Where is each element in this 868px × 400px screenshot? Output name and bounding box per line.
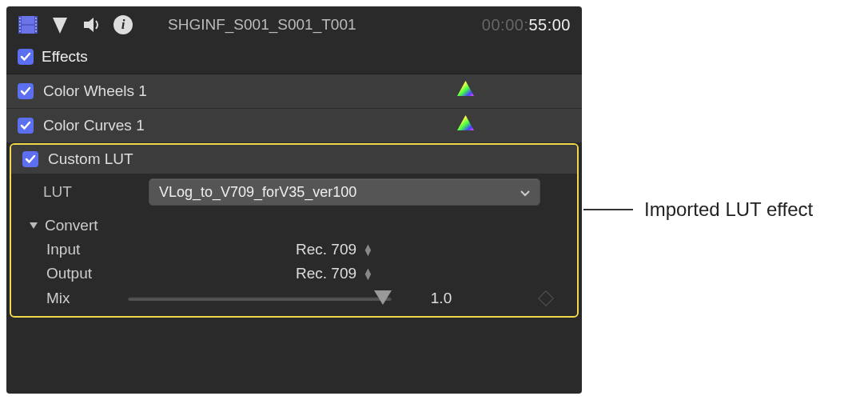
- video-scope-icon[interactable]: [50, 14, 70, 35]
- effect-row-color-curves[interactable]: Color Curves 1: [6, 109, 582, 143]
- svg-marker-16: [457, 81, 474, 96]
- inspector-topbar: i SHGINF_S001_S001_T001 00:00:55:00: [6, 6, 582, 43]
- info-icon[interactable]: i: [113, 15, 133, 34]
- input-value-dropdown[interactable]: Rec. 709 ▲▼: [296, 241, 373, 258]
- speaker-icon[interactable]: [82, 14, 102, 35]
- svg-marker-14: [53, 18, 67, 34]
- effect-name: Custom LUT: [48, 150, 133, 168]
- output-value: Rec. 709: [296, 265, 356, 282]
- effect-checkbox[interactable]: [18, 118, 34, 134]
- convert-row: Convert: [11, 210, 577, 238]
- output-row: Output Rec. 709 ▲▼: [11, 262, 577, 286]
- svg-rect-12: [35, 30, 37, 32]
- svg-rect-8: [35, 18, 37, 19]
- output-label: Output: [46, 265, 286, 282]
- svg-marker-18: [30, 222, 38, 229]
- slider-track: [128, 297, 392, 301]
- lut-label: LUT: [43, 183, 139, 201]
- mix-slider[interactable]: [128, 289, 392, 308]
- svg-rect-5: [19, 24, 21, 26]
- output-value-dropdown[interactable]: Rec. 709 ▲▼: [296, 265, 373, 282]
- mix-row: Mix 1.0: [11, 286, 577, 311]
- mix-value[interactable]: 1.0: [401, 290, 481, 307]
- effect-row-color-wheels[interactable]: Color Wheels 1: [6, 74, 582, 109]
- svg-rect-3: [19, 18, 21, 19]
- input-row: Input Rec. 709 ▲▼: [11, 238, 577, 262]
- convert-label: Convert: [45, 217, 98, 234]
- timecode-active: 55:00: [528, 16, 571, 34]
- svg-marker-17: [457, 115, 474, 130]
- keyframe-diamond-icon[interactable]: [538, 290, 554, 306]
- slider-thumb[interactable]: [374, 290, 392, 305]
- timecode[interactable]: 00:00:55:00: [482, 16, 571, 34]
- svg-rect-9: [35, 21, 37, 22]
- callout-line: [583, 209, 633, 210]
- lut-dropdown-value: VLog_to_V709_forV35_ver100: [159, 184, 514, 201]
- effect-checkbox[interactable]: [22, 151, 38, 167]
- input-value: Rec. 709: [296, 241, 356, 258]
- lut-param-row: LUT VLog_to_V709_forV35_ver100: [11, 174, 577, 210]
- custom-lut-highlight: Custom LUT LUT VLog_to_V709_forV35_ver10…: [10, 143, 579, 318]
- svg-rect-6: [19, 27, 21, 29]
- film-icon[interactable]: [18, 14, 38, 35]
- svg-rect-11: [35, 27, 37, 29]
- effect-checkbox[interactable]: [18, 83, 34, 99]
- effect-name: Color Curves 1: [43, 117, 145, 134]
- lut-dropdown[interactable]: VLog_to_V709_forV35_ver100: [149, 178, 540, 206]
- input-label: Input: [46, 241, 286, 258]
- mix-label: Mix: [46, 290, 118, 307]
- effects-label: Effects: [42, 48, 88, 66]
- clip-name: SHGINF_S001_S001_T001: [168, 16, 356, 34]
- callout-annotation: Imported LUT effect: [583, 198, 813, 221]
- color-wheel-icon[interactable]: [456, 80, 475, 102]
- effect-list: Color Wheels 1 Color Curves 1 Custom LUT: [6, 74, 582, 318]
- up-down-stepper-icon: ▲▼: [363, 244, 373, 255]
- effects-checkbox[interactable]: [18, 49, 34, 65]
- inspector-panel: i SHGINF_S001_S001_T001 00:00:55:00 Effe…: [6, 6, 582, 394]
- callout-text: Imported LUT effect: [644, 198, 813, 221]
- timecode-inactive: 00:00:: [482, 16, 529, 34]
- effect-name: Color Wheels 1: [43, 82, 147, 100]
- effects-section-header: Effects: [6, 43, 582, 74]
- svg-rect-7: [19, 30, 21, 32]
- color-wheel-icon[interactable]: [456, 114, 475, 137]
- effect-row-custom-lut[interactable]: Custom LUT: [11, 145, 577, 174]
- chevron-down-icon: [520, 184, 530, 201]
- svg-rect-10: [35, 24, 37, 26]
- disclosure-triangle-icon[interactable]: [29, 220, 38, 232]
- svg-rect-4: [19, 21, 21, 22]
- svg-marker-15: [84, 18, 94, 32]
- up-down-stepper-icon: ▲▼: [363, 268, 373, 279]
